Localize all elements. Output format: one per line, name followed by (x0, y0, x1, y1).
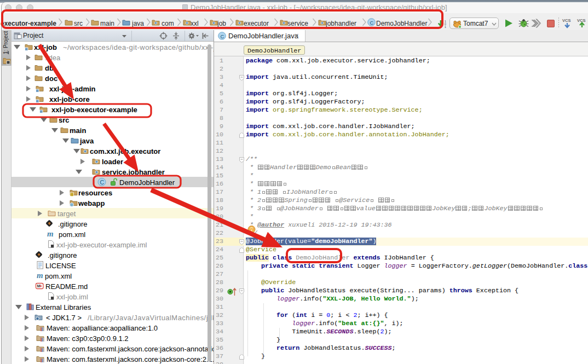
svg-text:VCS: VCS (577, 18, 585, 23)
svg-text:M: M (37, 284, 41, 288)
svg-text:C: C (370, 20, 373, 26)
svg-text:m: m (47, 229, 54, 238)
svg-text:VCS: VCS (562, 18, 570, 23)
svg-text:C: C (220, 33, 224, 39)
svg-text:m: m (37, 271, 43, 280)
svg-text:C: C (100, 179, 105, 186)
svg-text:1: 1 (445, 25, 446, 28)
